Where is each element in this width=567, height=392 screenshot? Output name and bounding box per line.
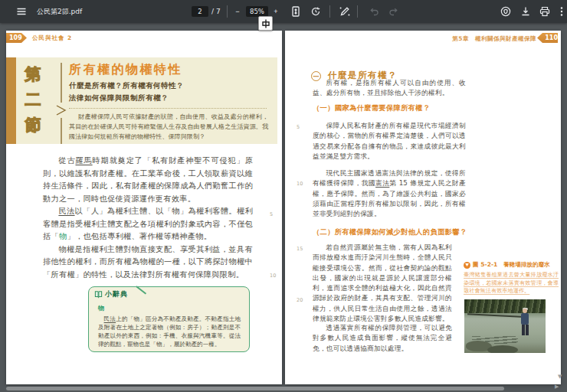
- body-paragraph: 透過落實所有權的保障與管理，可以避免對多數人民造成負面影響，縱使無法完全避免，也…: [313, 323, 452, 354]
- margin-line-number: 10: [270, 273, 276, 279]
- figure-photo-wastewater: [464, 299, 546, 353]
- dictionary-header: 小辭典: [94, 289, 128, 299]
- section-char: 二: [19, 87, 47, 113]
- pen-icon: [339, 5, 351, 18]
- pdf-page-left: 109 公民與社會 2 第 二 節 所有權的物權特性 什麼是所有權？所有權有何特…: [6, 31, 282, 384]
- plus-icon: +: [274, 8, 277, 15]
- dictionary-body: 民法上的「物」區分為不動產及動產。不動產指土地及附著在土地上之定著物（例如：房子…: [98, 315, 241, 348]
- section-title: 所有權的物權特性: [69, 62, 182, 78]
- toolbar-divider: [227, 5, 228, 18]
- pdf-toolbar: 公民第2節.pdf 2 / 7 − 85% +: [0, 0, 567, 23]
- move-cursor-icon: [261, 19, 270, 28]
- margin-line-number: 15: [297, 246, 303, 252]
- download-button[interactable]: [516, 0, 535, 23]
- margin-line-number: 5: [297, 124, 300, 130]
- section-char: 第: [19, 62, 47, 87]
- redo-icon: [388, 5, 400, 18]
- down-arrow-icon: [464, 262, 470, 269]
- photo-vegetation: [464, 299, 546, 313]
- page-number-badge: 109: [6, 33, 30, 43]
- horizontal-scrollbar-thumb[interactable]: [6, 387, 504, 390]
- book-icon: [94, 290, 103, 299]
- page-number-input[interactable]: 2: [192, 6, 208, 17]
- badge-button[interactable]: [497, 0, 515, 23]
- subsection-heading: （一）國家為什麼需要保障所有權？: [313, 103, 431, 113]
- intro-paragraph: 財產權保障人民可依據財產的狀態，自由使用、收益及處分的權利，其目的在於確保人民可…: [69, 112, 268, 141]
- toolbar-divider: [357, 5, 358, 18]
- redo-button[interactable]: [385, 0, 403, 23]
- rotate-button[interactable]: [306, 0, 325, 23]
- margin-line-number: 10: [297, 181, 303, 187]
- photo-pipe: [467, 313, 521, 318]
- scroll-right-arrow[interactable]: ▶: [555, 384, 559, 390]
- badge-icon: [500, 5, 512, 18]
- figure-caption-row: 圖 5-2-1 養豬場排放的廢水: [464, 261, 560, 269]
- download-icon: [519, 5, 532, 18]
- rotate-ccw-icon: [310, 5, 322, 18]
- section-divider-line: [55, 63, 67, 144]
- body-paragraph: 物權是指權利主體對物直接支配、享受其利益，並具有排他性的權利，而所有權為物權的一…: [43, 243, 253, 282]
- section-band: [6, 57, 16, 144]
- body-paragraph: 現代民主國家透過憲法與法律的規定，使得所有權獲得保障，我國憲法第 15 條規定人…: [313, 168, 466, 219]
- zoom-level[interactable]: 85%: [246, 6, 268, 17]
- print-icon: [539, 5, 551, 18]
- section-question-1: 什麼是所有權？所有權有何特性？: [69, 81, 184, 91]
- dictionary-tab-edge: [136, 286, 147, 294]
- page-count-label: / 7: [211, 8, 221, 15]
- subsection-heading: （二）所有權保障如何減少對他人的負面影響？: [313, 227, 467, 237]
- annotate-button[interactable]: [336, 0, 354, 23]
- body-paragraph: 從古羅馬時期就奠定了「私有財產神聖不可侵犯」原則，以維護私有財產權。在工業革命後…: [43, 155, 253, 205]
- undo-icon: [368, 5, 380, 18]
- section-question-2: 法律如何保障與限制所有權？: [69, 93, 169, 103]
- document-title: 公民第2節.pdf: [37, 7, 82, 17]
- pan-cursor-overlay: [258, 16, 273, 31]
- dictionary-term: 物: [98, 304, 104, 312]
- more-options-button[interactable]: [552, 0, 567, 23]
- hamburger-icon: [15, 5, 28, 18]
- zoom-out-button[interactable]: −: [231, 0, 244, 23]
- margin-line-number: 20: [297, 297, 303, 303]
- menu-button[interactable]: [12, 0, 31, 23]
- figure-caption: 圖 5-2-1 養豬場排放的廢水: [473, 261, 550, 269]
- toolbar-divider: [329, 5, 330, 18]
- chapter-header: 第5章 權利關係與財產權保障: [452, 35, 536, 43]
- book-title-label: 公民與社會 2: [32, 34, 72, 42]
- body-text-column: 從古羅馬時期就奠定了「私有財產神聖不可侵犯」原則，以維護私有財產權。在工業革命後…: [43, 155, 253, 281]
- undo-button[interactable]: [365, 0, 383, 23]
- minus-icon: −: [235, 8, 239, 15]
- dictionary-box: 小辭典 物 民法上的「物」區分為不動產及動產。不動產指土地及附著在土地上之定著物…: [88, 286, 250, 352]
- pdf-page-right: 第5章 權利關係與財產權保障 110 一 什麼是所有權？ 所有權，是指所有權人可…: [285, 31, 561, 384]
- figure-note: 臺灣豬隻養殖業過去曾大量排放廢水汙染環境，若國家未落實有效管理，會導致社會無法有…: [464, 271, 559, 296]
- photo-person: [519, 309, 530, 339]
- body-paragraph: 所有權，是指所有權人可以自由的使用、收益、處分所有物，並且排除他人干涉的權利。: [313, 78, 466, 99]
- body-paragraph: 若自然資源屬於無主物，當有人因為私利而排放廢水進而汙染河川生態時，全體人民只能接…: [313, 243, 452, 324]
- fit-page-icon: [290, 5, 302, 18]
- print-button[interactable]: [536, 0, 554, 23]
- section-number-vertical: 第 二 節: [19, 62, 47, 138]
- margin-line-number: 5: [270, 211, 273, 217]
- body-paragraph: 民法以「人」為權利主體、以「物」為權利客體。權利客體是指受權利主體支配之各項權利…: [43, 205, 253, 243]
- pdf-viewer-window: { "toolbar": { "filename": "公民第2節.pdf", …: [0, 0, 567, 392]
- dotted-divider: [69, 108, 267, 109]
- page-number-badge: 110: [537, 33, 561, 43]
- dictionary-title: 小辭典: [105, 289, 128, 299]
- scroll-down-arrow[interactable]: ▼: [558, 374, 562, 380]
- section-char: 節: [19, 113, 47, 138]
- photo-rock: [487, 345, 518, 353]
- kebab-menu-icon: [556, 5, 567, 18]
- body-paragraph: 保障人民私有財產的所有權是現代市場經濟制度的核心，當物的所有權界定清楚後，人們可…: [313, 121, 466, 162]
- fit-page-button[interactable]: [287, 0, 305, 23]
